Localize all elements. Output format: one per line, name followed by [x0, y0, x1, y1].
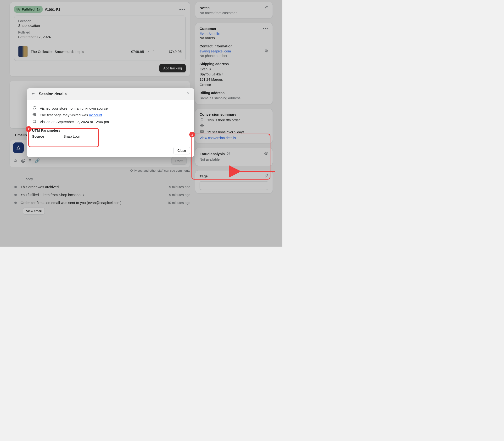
utm-source-key: Source — [32, 134, 44, 138]
source-line: Visited your store from an unknown sourc… — [40, 106, 108, 110]
close-icon[interactable] — [186, 92, 190, 96]
annotation-badge-2: 2 — [26, 126, 31, 132]
calendar-icon — [32, 119, 36, 124]
svg-rect-7 — [33, 120, 35, 123]
utm-source-value: Snap Login — [63, 134, 82, 138]
modal-title: Session details — [39, 92, 183, 96]
annotation-badge-1: 1 — [189, 132, 195, 137]
globe-icon — [32, 112, 36, 117]
session-details-modal: Session details Visited your store from … — [27, 88, 194, 157]
back-icon[interactable] — [31, 92, 35, 96]
utm-heading: UTM Parameters — [32, 128, 189, 132]
utm-parameters-box: UTM Parameters Source Snap Login — [32, 127, 189, 140]
close-button[interactable]: Close — [173, 147, 190, 154]
first-page-line: The first page they visited was /account — [40, 113, 102, 117]
first-page-link[interactable]: /account — [89, 113, 102, 117]
visited-on-line: Visited on September 17, 2024 at 12:06 p… — [40, 120, 109, 124]
referral-icon — [32, 106, 36, 110]
